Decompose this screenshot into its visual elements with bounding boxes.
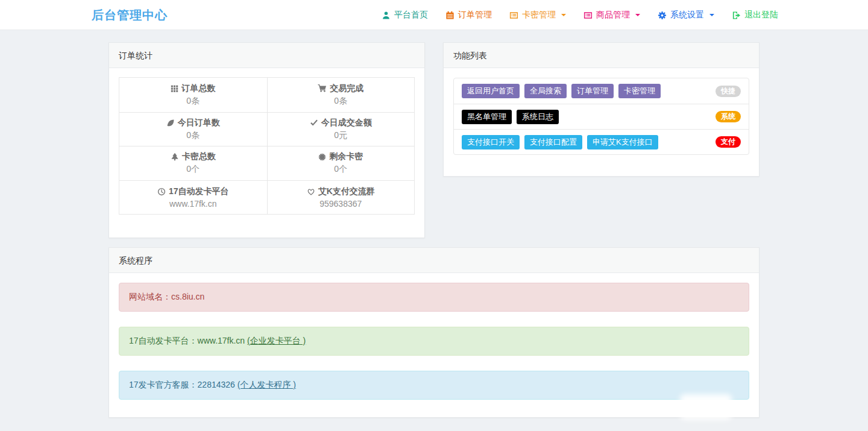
stat-label: 17自动发卡平台 bbox=[169, 186, 229, 197]
list-alt-icon bbox=[583, 11, 593, 20]
cart-icon bbox=[318, 84, 327, 93]
alert-site-domain: 网站域名：cs.8iu.cn bbox=[119, 283, 749, 312]
alert-link-enterprise-platform[interactable]: (企业发卡平台 ) bbox=[247, 336, 306, 345]
nav-item-product-management[interactable]: 商品管理 bbox=[583, 10, 640, 20]
badge-system: 系统 bbox=[715, 111, 741, 122]
function-list: 返回用户首页 全局搜索 订单管理 卡密管理 快捷 黑名单管理 系统日志 系统 支… bbox=[453, 78, 749, 155]
stat-value: 0条 bbox=[186, 96, 200, 107]
system-program-title: 系统程序 bbox=[109, 248, 759, 273]
alert-text: 网站域名：cs.8iu.cn bbox=[129, 292, 204, 301]
btn-system-log[interactable]: 系统日志 bbox=[517, 110, 559, 124]
order-stats-card: 订单统计 订单总数 0条 交易完成 0条 bbox=[108, 42, 425, 238]
leaf-icon bbox=[166, 119, 175, 127]
order-stats-grid: 订单总数 0条 交易完成 0条 今日订单数 0条 bbox=[119, 77, 415, 215]
chevron-down-icon bbox=[635, 14, 640, 16]
btn-card-management[interactable]: 卡密管理 bbox=[618, 84, 661, 98]
alert-text: 17发卡官方客服：22814326 bbox=[129, 380, 237, 389]
user-icon bbox=[382, 11, 391, 20]
stat-value: 0个 bbox=[334, 164, 347, 175]
gear-icon bbox=[658, 11, 667, 20]
nav-item-order-management[interactable]: 订单管理 bbox=[445, 10, 492, 20]
btn-back-user-home[interactable]: 返回用户首页 bbox=[462, 84, 520, 98]
function-list-title: 功能列表 bbox=[444, 43, 759, 68]
stat-value: 959638367 bbox=[319, 199, 362, 209]
nav-label: 商品管理 bbox=[596, 10, 630, 20]
clock-icon bbox=[157, 187, 166, 196]
stat-platform-site: 17自动发卡平台 www.17fk.cn bbox=[119, 180, 267, 215]
stat-label: 订单总数 bbox=[181, 83, 215, 94]
stat-label: 今日订单数 bbox=[178, 118, 220, 128]
alert-official-support: 17发卡官方客服：22814326 (个人发卡程序 ) bbox=[119, 371, 749, 400]
nav-item-system-settings[interactable]: 系统设置 bbox=[658, 10, 714, 20]
certificate-icon bbox=[318, 153, 326, 161]
order-stats-title: 订单统计 bbox=[109, 43, 424, 68]
stat-label: 卡密总数 bbox=[182, 151, 216, 162]
stat-total-cards: 卡密总数 0个 bbox=[119, 146, 267, 180]
alert-auto-card-platform: 17自动发卡平台：www.17fk.cn (企业发卡平台 ) bbox=[119, 327, 749, 356]
nav-label: 系统设置 bbox=[670, 10, 704, 20]
stat-value: 0元 bbox=[334, 130, 347, 141]
stat-total-orders: 订单总数 0条 bbox=[119, 78, 267, 112]
calendar-icon bbox=[445, 11, 454, 20]
stat-today-amount: 今日成交金额 0元 bbox=[267, 112, 415, 146]
chevron-down-icon bbox=[709, 14, 714, 16]
sign-out-icon bbox=[732, 11, 741, 20]
nav-label: 卡密管理 bbox=[522, 10, 556, 20]
function-row-quick: 返回用户首页 全局搜索 订单管理 卡密管理 快捷 bbox=[454, 78, 749, 104]
function-row-system: 黑名单管理 系统日志 系统 bbox=[454, 104, 749, 129]
stat-label: 剩余卡密 bbox=[329, 151, 363, 162]
function-list-card: 功能列表 返回用户首页 全局搜索 订单管理 卡密管理 快捷 黑名单管理 系统日志… bbox=[443, 42, 760, 177]
alert-text: 17自动发卡平台：www.17fk.cn bbox=[129, 336, 247, 345]
btn-order-management[interactable]: 订单管理 bbox=[571, 84, 614, 98]
badge-quick: 快捷 bbox=[715, 86, 741, 97]
stat-value: www.17fk.cn bbox=[169, 199, 217, 209]
stat-today-orders: 今日订单数 0条 bbox=[119, 112, 267, 146]
btn-payment-switch[interactable]: 支付接口开关 bbox=[462, 135, 520, 149]
stat-remaining-cards: 剩余卡密 0个 bbox=[267, 146, 415, 180]
alert-link-personal-program[interactable]: (个人发卡程序 ) bbox=[237, 380, 296, 389]
list-alt-icon bbox=[509, 11, 518, 20]
nav-item-logout[interactable]: 退出登陆 bbox=[732, 10, 778, 20]
function-row-payment: 支付接口开关 支付接口配置 申请艾K支付接口 支付 bbox=[454, 129, 749, 154]
tree-icon bbox=[171, 153, 179, 161]
stat-completed-trades: 交易完成 0条 bbox=[267, 78, 415, 112]
btn-payment-config[interactable]: 支付接口配置 bbox=[524, 135, 582, 149]
stat-value: 0条 bbox=[186, 130, 200, 141]
nav-label: 订单管理 bbox=[458, 10, 492, 20]
nav-label: 平台首页 bbox=[394, 10, 428, 20]
badge-payment: 支付 bbox=[715, 136, 741, 148]
main-nav: 平台首页 订单管理 卡密管理 商品管理 系统设置 bbox=[382, 0, 778, 30]
btn-blacklist-management[interactable]: 黑名单管理 bbox=[462, 110, 512, 124]
stat-label: 艾K支付交流群 bbox=[318, 186, 375, 197]
chevron-down-icon bbox=[561, 14, 566, 16]
stat-label: 今日成交金额 bbox=[321, 118, 372, 128]
top-navbar: 后台管理中心 平台首页 订单管理 卡密管理 商品管理 bbox=[0, 0, 868, 30]
heart-icon bbox=[307, 187, 315, 196]
btn-apply-aik-payment[interactable]: 申请艾K支付接口 bbox=[587, 135, 658, 149]
stat-value: 0个 bbox=[186, 164, 200, 175]
check-icon bbox=[310, 119, 318, 127]
nav-item-platform-home[interactable]: 平台首页 bbox=[382, 10, 428, 20]
page-title: 后台管理中心 bbox=[92, 0, 168, 30]
stat-payment-group: 艾K支付交流群 959638367 bbox=[267, 180, 415, 215]
btn-global-search[interactable]: 全局搜索 bbox=[524, 84, 567, 98]
nav-label: 退出登陆 bbox=[744, 10, 778, 20]
system-program-card: 系统程序 网站域名：cs.8iu.cn 17自动发卡平台：www.17fk.cn… bbox=[108, 247, 760, 418]
stat-label: 交易完成 bbox=[330, 83, 363, 94]
nav-item-card-management[interactable]: 卡密管理 bbox=[509, 10, 566, 20]
stat-value: 0条 bbox=[334, 96, 347, 107]
th-grid-icon bbox=[171, 84, 178, 92]
